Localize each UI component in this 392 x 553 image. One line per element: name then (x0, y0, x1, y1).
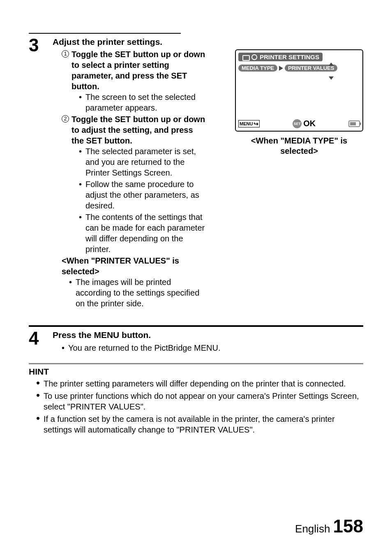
media-type-pill: MEDIA TYPE (238, 65, 277, 72)
step-3-body: Adjust the printer settings. 1 Toggle th… (53, 36, 205, 310)
hint-rule (29, 363, 363, 364)
page-footer: English 158 (295, 516, 363, 537)
return-arrow-icon: ↩ (254, 120, 258, 127)
step-3-rule (29, 33, 181, 34)
arrow-down-icon (329, 76, 334, 80)
lcd-option-row: MEDIA TYPE PRINTER VALUES (238, 65, 360, 72)
printer-icon (242, 54, 249, 60)
step-4-body: Press the MENU button. You are returned … (53, 329, 363, 354)
step-3-sub2: 2 Toggle the SET button up or down to ad… (62, 114, 205, 255)
step-3-sub1-title: Toggle the SET button up or down to sele… (71, 50, 205, 91)
printer-values-bullets: The images will be printed according to … (53, 277, 205, 309)
lcd-header: PRINTER SETTINGS (238, 53, 323, 61)
arrow-right-icon (279, 66, 283, 71)
lcd-figure: PRINTER SETTINGS MEDIA TYPE PRINTER VALU… (235, 49, 363, 156)
step-3-sub2-bullets: The selected parameter is set, and you a… (71, 146, 205, 255)
step-3-block: 3 Adjust the printer settings. 1 Toggle … (29, 36, 205, 310)
step-3-sub2-b1: The selected parameter is set, and you a… (79, 146, 205, 178)
step-3-sub1-bullets: The screen to set the selected parameter… (71, 92, 205, 113)
set-badge-icon: SET (293, 119, 302, 128)
step-4-block: 4 Press the MENU button. You are returne… (29, 329, 363, 354)
circled-1-icon: 1 (62, 50, 69, 58)
arrow-up-icon (329, 62, 334, 66)
battery-fill (350, 122, 356, 125)
hint-list: The printer setting parameters will diff… (29, 378, 363, 435)
step-4-b1: You are returned to the PictBridge MENU. (62, 342, 363, 353)
ok-label: OK (303, 119, 316, 128)
page-container: PRINTER SETTINGS MEDIA TYPE PRINTER VALU… (0, 0, 392, 553)
step-3-sub2-b3: The contents of the settings that can be… (79, 212, 205, 255)
step-4-bullets: You are returned to the PictBridge MENU. (53, 342, 363, 353)
step-3-sub1-b1: The screen to set the selected parameter… (79, 92, 205, 113)
ok-group: SET OK (293, 119, 316, 128)
menu-chip-label: MENU (240, 121, 253, 126)
lcd-header-text: PRINTER SETTINGS (260, 53, 319, 60)
lcd-bottom-bar: MENU ↩ SET OK (238, 119, 360, 128)
hint-label: HINT (29, 367, 363, 377)
lcd-screen: PRINTER SETTINGS MEDIA TYPE PRINTER VALU… (235, 49, 363, 132)
step-3-sub1: 1 Toggle the SET button up or down to se… (62, 49, 205, 113)
step-3-sublist: 1 Toggle the SET button up or down to se… (53, 49, 205, 255)
step-4-title: Press the MENU button. (53, 329, 363, 340)
step-4-rule (29, 325, 363, 327)
step-3-number: 3 (29, 36, 53, 54)
gear-icon (251, 54, 257, 60)
step-3-title: Adjust the printer settings. (53, 36, 205, 47)
step-3-sub2-b2: Follow the same procedure to adjust the … (79, 179, 205, 211)
menu-chip: MENU ↩ (238, 120, 260, 127)
hint-item-3: If a function set by the camera is not a… (36, 414, 363, 435)
circled-2-icon: 2 (62, 115, 69, 123)
footer-page-number: 158 (333, 516, 363, 536)
hint-item-1: The printer setting parameters will diff… (36, 378, 363, 389)
printer-values-heading: <When "PRINTER VALUES" is selected> (53, 255, 205, 277)
printer-values-b1: The images will be printed according to … (69, 277, 205, 309)
step-3-sub2-title: Toggle the SET button up or down to adju… (71, 115, 205, 145)
step-4-number: 4 (29, 329, 53, 347)
battery-icon (348, 120, 360, 127)
hint-item-2: To use printer functions which do not ap… (36, 391, 363, 412)
figure-caption: <When "MEDIA TYPE" is selected> (235, 136, 363, 156)
footer-language: English (295, 523, 330, 535)
